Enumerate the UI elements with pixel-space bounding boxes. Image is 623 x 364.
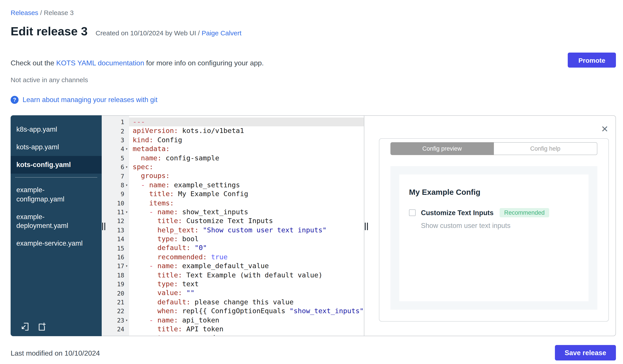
code-line-24[interactable]: title: API token [129, 325, 364, 334]
file-tree-top: k8s-app.yamlkots-app.yamlkots-config.yam… [11, 121, 102, 174]
gutter-line-4[interactable]: 4▾ [102, 144, 129, 154]
code-line-13[interactable]: help_text: "Show custom user text inputs… [129, 225, 364, 235]
code-line-5[interactable]: name: config-sample [129, 154, 364, 162]
gutter-line-13[interactable]: 13 [102, 225, 129, 235]
gutter-line-17[interactable]: 17▾ [102, 262, 129, 271]
created-text: Created on 10/10/2024 by Web UI / [95, 29, 202, 37]
code-line-11[interactable]: - name: show_text_inputs [129, 208, 364, 217]
code-line-10[interactable]: items: [129, 199, 364, 208]
resize-handle-right[interactable] [365, 223, 368, 230]
code-line-2[interactable]: apiVersion: kots.io/v1beta1 [129, 127, 364, 136]
editor-line: 7 groups: [102, 172, 364, 181]
editor-line: 20 value: "" [102, 289, 364, 298]
code-line-6[interactable]: spec: [129, 162, 364, 172]
file-tree-item-kots-config.yaml[interactable]: kots-config.yaml [11, 156, 102, 174]
editor-line: 4▾metadata: [102, 144, 364, 154]
code-line-19[interactable]: type: text [129, 280, 364, 289]
gutter-line-6[interactable]: 6▾ [102, 162, 129, 172]
gutter-line-12[interactable]: 12 [102, 217, 129, 226]
kots-doc-link[interactable]: KOTS YAML documentation [56, 59, 144, 67]
gutter-line-21[interactable]: 21 [102, 298, 129, 307]
gutter-line-23[interactable]: 23▾ [102, 316, 129, 325]
created-info: Created on 10/10/2024 by Web UI / Paige … [95, 29, 242, 37]
page-title: Edit release 3 [11, 25, 88, 39]
code-line-4[interactable]: metadata: [129, 144, 364, 154]
breadcrumb-releases-link[interactable]: Releases [11, 9, 38, 16]
edit-release-page: Releases / Release 3 Edit release 3 Crea… [0, 0, 623, 364]
fold-arrow-icon[interactable]: ▾ [124, 165, 129, 169]
fold-arrow-icon[interactable]: ▾ [124, 183, 129, 187]
fold-arrow-icon[interactable]: ▾ [124, 210, 129, 214]
code-line-20[interactable]: value: "" [129, 289, 364, 298]
code-line-21[interactable]: default: please change this value [129, 298, 364, 307]
code-line-7[interactable]: groups: [129, 172, 364, 181]
gutter-line-22[interactable]: 22 [102, 306, 129, 316]
file-tree-item-kots-app.yaml[interactable]: kots-app.yaml [11, 138, 102, 156]
git-releases-link[interactable]: Learn about managing your releases with … [22, 96, 157, 104]
gutter-line-16[interactable]: 16 [102, 253, 129, 262]
tab-config-preview[interactable]: Config preview [390, 142, 494, 155]
release-workspace: k8s-app.yamlkots-app.yamlkots-config.yam… [11, 115, 616, 336]
gutter-line-20[interactable]: 20 [102, 289, 129, 298]
gutter-line-15[interactable]: 15 [102, 244, 129, 253]
code-line-18[interactable]: title: Text Example (with default value) [129, 271, 364, 280]
code-line-17[interactable]: - name: example_default_value [129, 262, 364, 271]
file-tree-item-k8s-app.yaml[interactable]: k8s-app.yaml [11, 121, 102, 138]
gutter-line-2[interactable]: 2 [102, 127, 129, 136]
recommended-badge: Recommended [500, 208, 549, 217]
code-line-1[interactable]: --- [129, 118, 364, 127]
code-line-12[interactable]: title: Customize Text Inputs [129, 217, 364, 226]
promote-button[interactable]: Promote [568, 53, 616, 68]
code-line-14[interactable]: type: bool [129, 235, 364, 244]
config-panel: Config preview Config help My Example Co… [379, 138, 609, 322]
editor-line: 22 when: repl{{ ConfigOptionEquals "show… [102, 306, 364, 316]
code-line-23[interactable]: - name: api_token [129, 316, 364, 325]
gutter-line-25[interactable]: 25 [102, 334, 129, 336]
gutter-line-8[interactable]: 8▾ [102, 181, 129, 189]
editor-line: 11▾ - name: show_text_inputs [102, 208, 364, 217]
channel-status: Not active in any channels [11, 76, 88, 83]
config-preview-area: My Example Config Customize Text Inputs … [390, 166, 597, 310]
editor-line: 6▾spec: [102, 162, 364, 172]
code-line-3[interactable]: kind: Config [129, 136, 364, 145]
editor-line: 15 default: "0" [102, 244, 364, 253]
gutter-line-18[interactable]: 18 [102, 271, 129, 280]
preview-pane: ✕ Config preview Config help My Example … [364, 116, 616, 336]
gutter-line-3[interactable]: 3 [102, 136, 129, 145]
gutter-line-9[interactable]: 9 [102, 189, 129, 199]
save-release-button[interactable]: Save release [555, 345, 616, 361]
config-option-checkbox[interactable] [409, 209, 416, 216]
question-circle-icon: ? [11, 96, 19, 104]
import-file-icon[interactable] [20, 322, 30, 332]
resize-handle-left[interactable] [102, 223, 105, 230]
fold-arrow-icon[interactable]: ▾ [124, 318, 129, 323]
gutter-line-10[interactable]: 10 [102, 199, 129, 208]
author-link[interactable]: Paige Calvert [202, 29, 242, 37]
code-line-16[interactable]: recommended: true [129, 253, 364, 262]
editor-line: 9 title: My Example Config [102, 189, 364, 199]
code-line-8[interactable]: - name: example_settings [129, 181, 364, 189]
gutter-line-7[interactable]: 7 [102, 172, 129, 181]
gutter-line-1[interactable]: 1 [102, 118, 129, 127]
gutter-line-24[interactable]: 24 [102, 325, 129, 334]
close-icon[interactable]: ✕ [601, 124, 608, 133]
gutter-line-11[interactable]: 11▾ [102, 208, 129, 217]
editor-line: 8▾ - name: example_settings [102, 181, 364, 189]
gutter-line-19[interactable]: 19 [102, 280, 129, 289]
code-line-15[interactable]: default: "0" [129, 244, 364, 253]
code-line-25[interactable]: type: password [129, 334, 364, 336]
file-tree-item-example-deployment.yaml[interactable]: example-deployment.yaml [11, 208, 102, 235]
gutter-line-5[interactable]: 5 [102, 154, 129, 162]
doc-info: Check out the KOTS YAML documentation fo… [11, 59, 264, 67]
fold-arrow-icon[interactable]: ▾ [124, 264, 129, 268]
file-tree-item-example-service.yaml[interactable]: example-service.yaml [11, 235, 102, 252]
tab-config-help[interactable]: Config help [494, 142, 597, 155]
code-line-22[interactable]: when: repl{{ ConfigOptionEquals "show_te… [129, 306, 364, 316]
editor-line: 25 type: password [102, 334, 364, 336]
fold-arrow-icon[interactable]: ▾ [124, 147, 129, 151]
code-line-9[interactable]: title: My Example Config [129, 189, 364, 199]
file-tree-item-example-configmap.yaml[interactable]: example-configmap.yaml [11, 181, 102, 208]
gutter-line-14[interactable]: 14 [102, 235, 129, 244]
new-file-icon[interactable] [37, 322, 47, 332]
editor-line: 21 default: please change this value [102, 298, 364, 307]
